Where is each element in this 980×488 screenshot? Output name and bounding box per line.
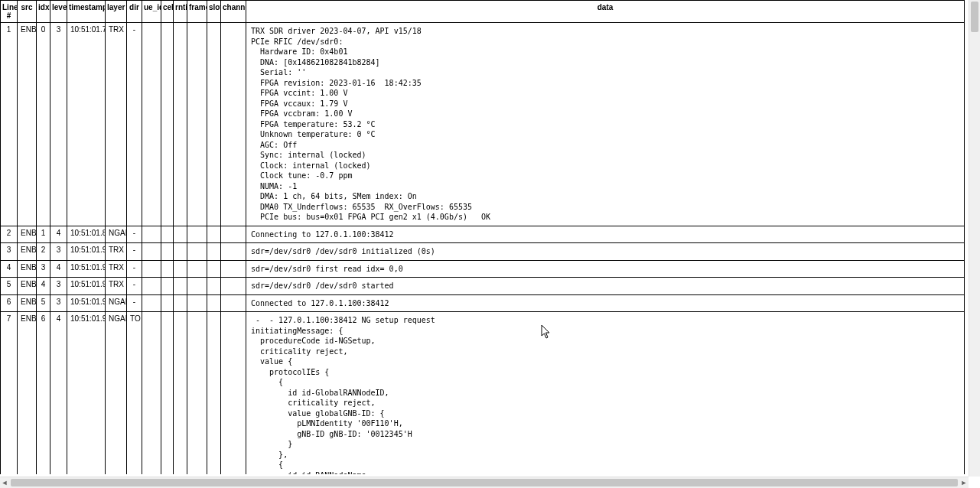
table-row[interactable]: 2ENB1410:51:01.820NGAP-Connecting to 127… [1, 226, 965, 243]
cell-idx: 0 [37, 23, 50, 226]
cell-src: ENB [18, 294, 37, 312]
cell-dir: TO [127, 312, 142, 475]
cell-layer: NGAP [106, 226, 127, 243]
cell-timestamp: 10:51:01.996 [67, 278, 106, 295]
cell-ue_id [142, 312, 161, 475]
cell-layer: TRX [106, 243, 127, 261]
cell-channel [221, 312, 246, 475]
col-level[interactable]: level [50, 1, 67, 23]
cell-ue_id [142, 260, 161, 278]
cell-dir: - [127, 294, 142, 312]
cell-timestamp: 10:51:01.785 [67, 23, 106, 226]
cell-slot [207, 23, 221, 226]
vertical-scroll-thumb[interactable] [971, 2, 978, 32]
cell-slot [207, 294, 221, 312]
cell-channel [221, 294, 246, 312]
cell-idx: 5 [37, 294, 50, 312]
table-row[interactable]: 1ENB0310:51:01.785TRX-TRX SDR driver 202… [1, 23, 965, 226]
cell-frame [187, 23, 207, 226]
col-channel[interactable]: channel [221, 1, 246, 23]
col-line[interactable]: Line # [1, 1, 18, 23]
cell-timestamp: 10:51:01.995 [67, 260, 106, 278]
log-viewport[interactable]: Line # src idx level timestamp layer dir… [0, 0, 969, 474]
cell-line: 4 [1, 260, 18, 278]
cell-frame [187, 294, 207, 312]
cell-frame [187, 226, 207, 243]
col-cell[interactable]: cell [161, 1, 174, 23]
col-ueid[interactable]: ue_id [142, 1, 161, 23]
cell-dir: - [127, 226, 142, 243]
cell-line: 1 [1, 23, 18, 226]
cell-layer: NGAP [106, 294, 127, 312]
cell-dir: - [127, 278, 142, 295]
cell-ue_id [142, 226, 161, 243]
col-layer[interactable]: layer [106, 1, 127, 23]
cell-rnti [174, 278, 187, 295]
col-frame[interactable]: frame [187, 1, 207, 23]
col-data[interactable]: data [246, 1, 965, 23]
cell-timestamp: 10:51:01.820 [67, 226, 106, 243]
cell-src: ENB [18, 23, 37, 226]
cell-rnti [174, 294, 187, 312]
col-src[interactable]: src [18, 1, 37, 23]
cell-slot [207, 260, 221, 278]
cell-ue_id [142, 243, 161, 261]
cell-cell [161, 226, 174, 243]
table-row[interactable]: 6ENB5310:51:01.996NGAP-Connected to 127.… [1, 294, 965, 312]
cell-src: ENB [18, 260, 37, 278]
cell-layer: TRX [106, 260, 127, 278]
cell-slot [207, 278, 221, 295]
cell-data: Connected to 127.0.1.100:38412 [246, 294, 965, 312]
scroll-left-arrow-icon[interactable]: ◄ [0, 478, 9, 487]
cell-channel [221, 278, 246, 295]
table-header: Line # src idx level timestamp layer dir… [1, 1, 965, 23]
cell-timestamp: 10:51:01.996 [67, 294, 106, 312]
cell-line: 7 [1, 312, 18, 475]
cell-channel [221, 260, 246, 278]
cell-level: 3 [50, 23, 67, 226]
table-row[interactable]: 5ENB4310:51:01.996TRX-sdr=/dev/sdr0 /dev… [1, 278, 965, 295]
cell-idx: 4 [37, 278, 50, 295]
cell-ue_id [142, 23, 161, 226]
cell-slot [207, 226, 221, 243]
log-table: Line # src idx level timestamp layer dir… [0, 0, 965, 474]
cell-line: 6 [1, 294, 18, 312]
col-dir[interactable]: dir [127, 1, 142, 23]
cell-rnti [174, 243, 187, 261]
cell-cell [161, 294, 174, 312]
table-row[interactable]: 7ENB6410:51:01.996NGAPTO - - 127.0.1.100… [1, 312, 965, 475]
cell-layer: TRX [106, 23, 127, 226]
cell-timestamp: 10:51:01.996 [67, 312, 106, 475]
cell-src: ENB [18, 278, 37, 295]
cell-src: ENB [18, 312, 37, 475]
cell-data: sdr=/dev/sdr0 /dev/sdr0 started [246, 278, 965, 295]
cell-dir: - [127, 243, 142, 261]
cell-slot [207, 312, 221, 475]
cell-rnti [174, 226, 187, 243]
cell-rnti [174, 260, 187, 278]
col-idx[interactable]: idx [37, 1, 50, 23]
cell-line: 2 [1, 226, 18, 243]
cell-ue_id [142, 278, 161, 295]
cell-idx: 6 [37, 312, 50, 475]
cell-channel [221, 226, 246, 243]
table-row[interactable]: 3ENB2310:51:01.992TRX-sdr=/dev/sdr0 /dev… [1, 243, 965, 261]
cell-line: 5 [1, 278, 18, 295]
col-rnti[interactable]: rnti [174, 1, 187, 23]
cell-slot [207, 243, 221, 261]
cell-level: 3 [50, 294, 67, 312]
horizontal-scroll-thumb[interactable] [11, 479, 958, 486]
col-slot[interactable]: slot [207, 1, 221, 23]
cell-data: sdr=/dev/sdr0 first read idx= 0,0 [246, 260, 965, 278]
cell-src: ENB [18, 243, 37, 261]
cell-channel [221, 23, 246, 226]
scroll-right-arrow-icon[interactable]: ► [959, 478, 969, 487]
cell-level: 4 [50, 260, 67, 278]
horizontal-scrollbar[interactable]: ◄ ► [0, 477, 969, 488]
col-timestamp[interactable]: timestamp [67, 1, 106, 23]
cell-data: TRX SDR driver 2023-04-07, API v15/18 PC… [246, 23, 965, 226]
cell-line: 3 [1, 243, 18, 261]
cell-frame [187, 260, 207, 278]
table-row[interactable]: 4ENB3410:51:01.995TRX-sdr=/dev/sdr0 firs… [1, 260, 965, 278]
vertical-scrollbar[interactable] [969, 0, 980, 477]
